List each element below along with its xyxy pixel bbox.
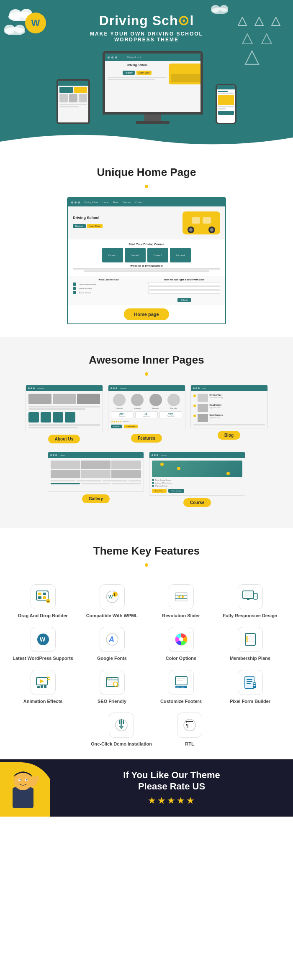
drag-drop-label: Drag And Drop Builder xyxy=(18,613,68,619)
color-icon xyxy=(169,627,194,652)
hp-demo-btn-wrap[interactable]: Home page xyxy=(68,305,225,323)
pixel-icon xyxy=(238,670,263,695)
svg-point-5 xyxy=(15,25,25,33)
inner-pages-title: Awesome Inner Pages xyxy=(13,354,280,367)
rate-stars[interactable]: ★★★★★ xyxy=(148,795,196,806)
wordpress-icon: W xyxy=(31,627,56,652)
svg-point-56 xyxy=(246,640,248,642)
hp-courses-section: Start Your Driving Course Course 1 Cours… xyxy=(68,239,225,276)
inner-pages-row1: About Us xyxy=(13,385,280,443)
animation-icon xyxy=(31,670,56,695)
responsive-label: Fully Responsive Design xyxy=(223,613,277,619)
svg-rect-95 xyxy=(13,787,33,808)
about-label-btn[interactable]: About Us xyxy=(48,435,80,443)
home-page-demo-btn[interactable]: Home page xyxy=(124,308,169,320)
course-screenshot: Course Basic Driving Course Advanced Tec… xyxy=(149,452,245,496)
revolution-icon xyxy=(169,584,194,609)
svg-rect-81 xyxy=(247,679,252,680)
course-label-btn[interactable]: Course xyxy=(183,498,211,507)
feature-color: Color Options xyxy=(151,627,211,661)
fonts-label: Google Fonts xyxy=(97,655,127,661)
demo-label: One-Click Demo Installation xyxy=(91,741,152,747)
svg-point-4 xyxy=(4,25,15,34)
inner-pages-row2: Gallery xyxy=(13,452,280,507)
demo-icon xyxy=(109,713,134,738)
feature-pixel: Pixel Form Builder xyxy=(220,670,280,704)
phone-mockup xyxy=(216,84,236,124)
blog-label-btn[interactable]: Blog xyxy=(218,431,240,440)
road-signs-top xyxy=(238,17,280,26)
svg-rect-78 xyxy=(181,687,184,687)
device-mockups: Driving School Driving School Register L… xyxy=(8,51,285,124)
drag-drop-icon: + xyxy=(31,584,56,609)
feature-responsive: Fully Responsive Design xyxy=(220,584,280,619)
svg-rect-85 xyxy=(253,683,255,684)
hp-nav: Driving School Home About Courses Contac… xyxy=(68,198,225,206)
svg-rect-59 xyxy=(37,686,40,688)
feature-drag-drop: + Drag And Drop Builder xyxy=(13,584,73,619)
svg-rect-26 xyxy=(38,596,41,599)
gallery-page-item: Gallery xyxy=(48,452,144,507)
about-screenshot: About Us xyxy=(26,385,103,432)
revolution-label: Revolution Slider xyxy=(162,613,200,619)
rate-content: If You Like Our Theme Please Rate US ★★★… xyxy=(50,759,293,817)
svg-rect-88 xyxy=(119,720,120,724)
svg-rect-90 xyxy=(123,720,124,724)
svg-point-66 xyxy=(107,678,108,679)
svg-marker-11 xyxy=(272,17,280,25)
features-label-btn[interactable]: Features xyxy=(131,434,162,443)
svg-rect-43 xyxy=(254,594,257,598)
svg-point-55 xyxy=(246,638,248,640)
feature-footers: Customize Footers xyxy=(151,670,211,704)
course-preview: Basic Driving Course Advanced Techniques… xyxy=(149,458,245,495)
svg-rect-80 xyxy=(245,677,254,688)
svg-rect-62 xyxy=(47,677,50,678)
gallery-label-btn[interactable]: Gallery xyxy=(82,494,110,503)
svg-point-99 xyxy=(20,779,21,780)
section-divider-2 xyxy=(145,372,148,376)
features-screenshot: Features Instructor Instructor Instructo… xyxy=(108,385,185,431)
svg-rect-17 xyxy=(192,217,200,224)
color-label: Color Options xyxy=(166,655,196,661)
rtl-icon: ¶ xyxy=(177,713,202,738)
features-grid: + Drag And Drop Builder W ! Compatible W… xyxy=(13,584,280,704)
svg-marker-10 xyxy=(255,17,263,25)
membership-label: Membership Plans xyxy=(230,655,270,661)
road-signs-mid xyxy=(242,33,272,44)
wp-badge: W xyxy=(25,13,46,33)
blog-preview: Driving TipsLearn safe driving... Road S… xyxy=(191,391,267,428)
svg-rect-82 xyxy=(247,681,252,682)
rate-title-line1: If You Like Our Theme Please Rate US xyxy=(123,770,220,792)
svg-marker-38 xyxy=(182,595,185,598)
svg-marker-9 xyxy=(238,17,247,25)
footers-label: Customize Footers xyxy=(160,698,202,704)
svg-point-68 xyxy=(111,678,112,679)
svg-rect-25 xyxy=(43,593,46,595)
hp-car xyxy=(182,211,220,234)
seo-label: SEO Friendly xyxy=(98,698,126,704)
section-divider-3 xyxy=(145,563,148,567)
features-preview: Instructor Instructor Instructor Instruc… xyxy=(108,391,185,431)
svg-point-22 xyxy=(210,228,213,232)
wpml-label: Compatible With WPML xyxy=(86,613,138,619)
svg-marker-37 xyxy=(178,595,180,598)
wordpress-label: Latest WordPress Supports xyxy=(13,655,73,661)
svg-rect-40 xyxy=(244,592,252,597)
monitor-mockup: Driving School Driving School Register L… xyxy=(103,51,203,124)
svg-point-54 xyxy=(246,636,248,638)
cloud-3 xyxy=(209,3,230,15)
svg-rect-63 xyxy=(47,679,50,680)
fonts-icon: A xyxy=(100,627,125,652)
svg-text:A: A xyxy=(108,635,114,644)
wpml-icon: W ! xyxy=(100,584,125,609)
svg-rect-60 xyxy=(41,685,43,688)
about-page-item: About Us xyxy=(26,385,103,443)
svg-text:¶: ¶ xyxy=(186,723,189,729)
svg-rect-18 xyxy=(203,217,211,224)
feature-wpml: W ! Compatible With WPML xyxy=(82,584,142,619)
features-page-item: Features Instructor Instructor Instructo… xyxy=(108,385,185,443)
gallery-preview xyxy=(48,458,144,491)
tablet-mockup xyxy=(57,79,90,124)
svg-text:W: W xyxy=(40,636,46,643)
feature-revolution: Revolution Slider xyxy=(151,584,211,619)
